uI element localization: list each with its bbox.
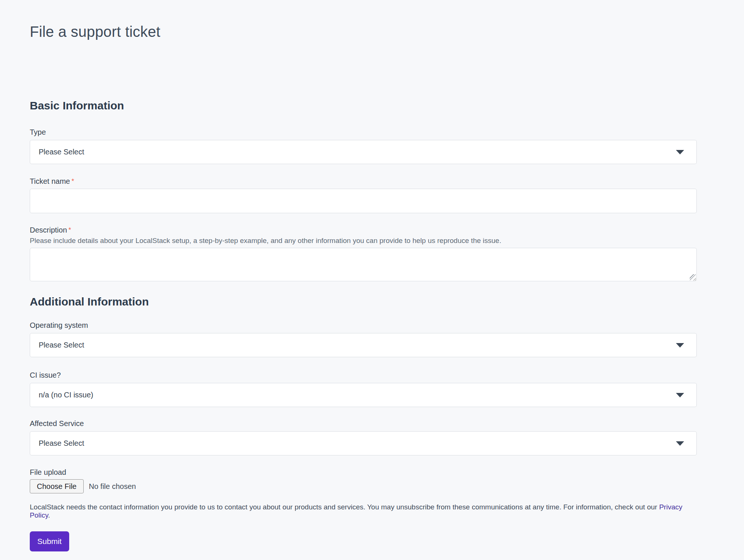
support-ticket-form: File a support ticket Basic Information … (30, 0, 697, 551)
affected-service-select-value: Please Select (39, 439, 84, 448)
type-select-value: Please Select (39, 148, 84, 156)
chevron-down-icon (676, 393, 684, 397)
operating-system-select[interactable]: Please Select (30, 333, 697, 357)
chevron-down-icon (676, 150, 684, 154)
operating-system-select-value: Please Select (39, 341, 84, 349)
chevron-down-icon (676, 343, 684, 348)
ticket-name-label-text: Ticket name (30, 177, 70, 185)
required-asterisk: * (71, 177, 74, 185)
description-textarea[interactable] (30, 248, 697, 281)
affected-service-label: Affected Service (30, 419, 697, 428)
choose-file-button[interactable]: Choose File (30, 479, 84, 493)
ticket-name-input[interactable] (30, 189, 697, 213)
operating-system-label: Operating system (30, 321, 697, 329)
privacy-text-before: LocalStack needs the contact information… (30, 503, 659, 511)
file-upload-control[interactable]: Choose File No file chosen (30, 479, 697, 493)
description-textarea-wrap (30, 248, 697, 281)
ci-issue-label: CI issue? (30, 371, 697, 379)
type-label: Type (30, 128, 697, 136)
page-title: File a support ticket (30, 0, 697, 41)
ci-issue-select-value: n/a (no CI issue) (39, 391, 93, 399)
file-upload-label: File upload (30, 468, 697, 476)
privacy-text-after: . (48, 511, 50, 519)
ticket-name-label: Ticket name* (30, 177, 697, 185)
chevron-down-icon (676, 441, 684, 446)
affected-service-select[interactable]: Please Select (30, 431, 697, 455)
privacy-notice: LocalStack needs the contact information… (30, 503, 697, 519)
description-label: Description* (30, 226, 697, 234)
file-status-text: No file chosen (89, 482, 136, 491)
type-select[interactable]: Please Select (30, 140, 697, 164)
description-label-text: Description (30, 226, 67, 234)
section-heading-basic-information: Basic Information (30, 100, 697, 111)
section-heading-additional-information: Additional Information (30, 296, 697, 307)
submit-button[interactable]: Submit (30, 531, 69, 551)
required-asterisk: * (68, 226, 71, 234)
ci-issue-select[interactable]: n/a (no CI issue) (30, 383, 697, 407)
description-helper-text: Please include details about your LocalS… (30, 237, 697, 245)
